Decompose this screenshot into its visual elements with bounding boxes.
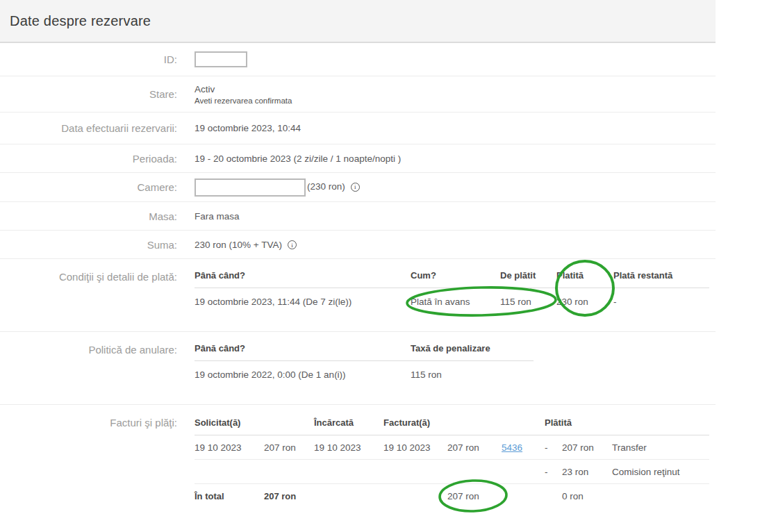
invoice-row-1: 19 10 2023 207 ron 19 10 2023 19 10 2023… (195, 435, 709, 460)
rooms-value-group: (230 ron)i (195, 178, 360, 197)
col-header-until-when: Până când? (195, 259, 411, 288)
col-header-uploaded: Încărcată (314, 405, 383, 435)
payment-conditions-label: Condiţii şi detalii de plată: (0, 259, 177, 283)
paid-type: Transfer (612, 435, 709, 460)
panel-header: Date despre rezervare (0, 0, 716, 43)
to-pay-value: 115 ron (500, 288, 556, 315)
outstanding-value: - (613, 288, 709, 315)
total-label: În total (195, 484, 264, 508)
payment-method-value: Plată în avans (411, 288, 500, 315)
invoices-total-row: În total 207 ron 207 ron 0 ron (195, 484, 709, 508)
id-value (195, 51, 247, 67)
col-header-to-pay: De plătit (500, 259, 556, 288)
period-value: 19 - 20 octombrie 2023 (2 zi/zile / 1 no… (195, 153, 401, 164)
booking-date-label: Data efectuarii rezervarii: (0, 122, 177, 134)
amount-label: Suma: (0, 239, 177, 251)
invoice-row-2: - 23 ron Comision reţinut (195, 460, 709, 484)
requested-date: 19 10 2023 (195, 435, 264, 460)
field-row-period: Perioada: 19 - 20 octombrie 2023 (2 zi/z… (0, 144, 716, 173)
amount-value: 230 ron (10% + TVA) (195, 240, 282, 250)
rooms-label: Camere: (0, 181, 177, 193)
reservation-details-panel: Date despre rezervare ID: Stare: Activ A… (0, 0, 769, 532)
col-header-outstanding: Plată restantă (613, 259, 709, 288)
payment-conditions-data-row: 19 octombrie 2023, 11:44 (De 7 zi(le)) P… (195, 288, 709, 315)
status-value: Activ (195, 84, 292, 94)
requested-amount: 207 ron (264, 435, 314, 460)
invoices-table: Solicitat(ă) Încărcată Facturat(ă) Plăti… (195, 405, 709, 508)
booking-date-value: 19 octombrie 2023, 10:44 (195, 123, 301, 133)
paid-dash: - (545, 460, 562, 484)
paid-value: 230 ron (556, 288, 613, 315)
details-rows: ID: Stare: Activ Aveti rezervarea confir… (0, 43, 716, 515)
empty-cells (195, 460, 545, 484)
status-value-group: Activ Aveti rezervarea confirmata (195, 84, 292, 105)
id-redacted-value-box (195, 51, 247, 67)
rooms-info-icon[interactable]: i (351, 183, 360, 192)
rooms-redacted-value-box (195, 178, 306, 197)
period-label: Perioada: (0, 153, 177, 165)
total-invoiced-amount: 207 ron (447, 484, 502, 508)
invoiced-amount: 207 ron (447, 435, 502, 460)
paid-amount: 23 ron (562, 460, 612, 484)
rooms-price-note: (230 ron) (307, 181, 345, 192)
amount-value-group: 230 ron (10% + TVA)i (195, 240, 297, 250)
paid-dash: - (545, 435, 562, 460)
cancellation-policy-section: Politică de anulare: Până când? Taxă de … (0, 332, 716, 405)
amount-info-icon[interactable]: i (288, 240, 297, 249)
status-label: Stare: (0, 88, 177, 100)
field-row-rooms: Camere: (230 ron)i (0, 173, 716, 202)
payment-conditions-table: Până când? Cum? De plătit Platită Plată … (195, 259, 709, 315)
paid-amount: 207 ron (562, 435, 612, 460)
col-header-until-when: Până când? (195, 332, 411, 361)
field-row-booking-date: Data efectuarii rezervarii: 19 octombrie… (0, 113, 716, 144)
field-row-status: Stare: Activ Aveti rezervarea confirmata (0, 76, 716, 113)
payment-conditions-section: Condiţii şi detalii de plată: Până când?… (0, 259, 716, 332)
id-label: ID: (0, 53, 177, 65)
invoice-number-link[interactable]: 5436 (502, 442, 522, 453)
invoices-header-row: Solicitat(ă) Încărcată Facturat(ă) Plăti… (195, 405, 709, 435)
paid-type: Comision reţinut (612, 460, 709, 484)
col-header-paid: Plătită (545, 405, 709, 435)
col-header-penalty-fee: Taxă de penalizare (411, 332, 534, 361)
cancellation-policy-data-row: 19 octombrie 2022, 0:00 (De 1 an(i)) 115… (195, 361, 534, 388)
field-row-meal: Masa: Fara masa (0, 202, 716, 231)
uploaded-date: 19 10 2023 (314, 435, 383, 460)
col-header-invoiced: Facturat(ă) (383, 405, 545, 435)
cancellation-policy-header-row: Până când? Taxă de penalizare (195, 332, 534, 361)
status-sub-note: Aveti rezervarea confirmata (195, 97, 292, 105)
deadline-value: 19 octombrie 2023, 11:44 (De 7 zi(le)) (195, 288, 411, 315)
invoices-payments-label: Facturi şi plăţi: (0, 405, 177, 429)
col-header-how: Cum? (411, 259, 500, 288)
payment-conditions-header-row: Până când? Cum? De plătit Platită Plată … (195, 259, 709, 288)
col-header-requested: Solicitat(ă) (195, 405, 314, 435)
cancellation-deadline-value: 19 octombrie 2022, 0:00 (De 1 an(i)) (195, 361, 411, 388)
field-row-id: ID: (0, 43, 716, 76)
invoice-link-cell: 5436 (502, 435, 545, 460)
penalty-fee-value: 115 ron (411, 361, 534, 388)
total-paid-amount: 0 ron (562, 484, 612, 508)
invoiced-date: 19 10 2023 (383, 435, 447, 460)
meal-value: Fara masa (195, 211, 240, 222)
col-header-paid: Platită (556, 259, 613, 288)
meal-label: Masa: (0, 210, 177, 222)
cancellation-policy-label: Politică de anulare: (0, 332, 177, 356)
page-title: Date despre rezervare (10, 13, 151, 29)
cancellation-policy-table: Până când? Taxă de penalizare 19 octombr… (195, 332, 534, 388)
invoices-payments-section: Facturi şi plăţi: Solicitat(ă) Încărcată… (0, 405, 716, 515)
total-requested-amount: 207 ron (264, 484, 314, 508)
field-row-amount: Suma: 230 ron (10% + TVA)i (0, 231, 716, 259)
